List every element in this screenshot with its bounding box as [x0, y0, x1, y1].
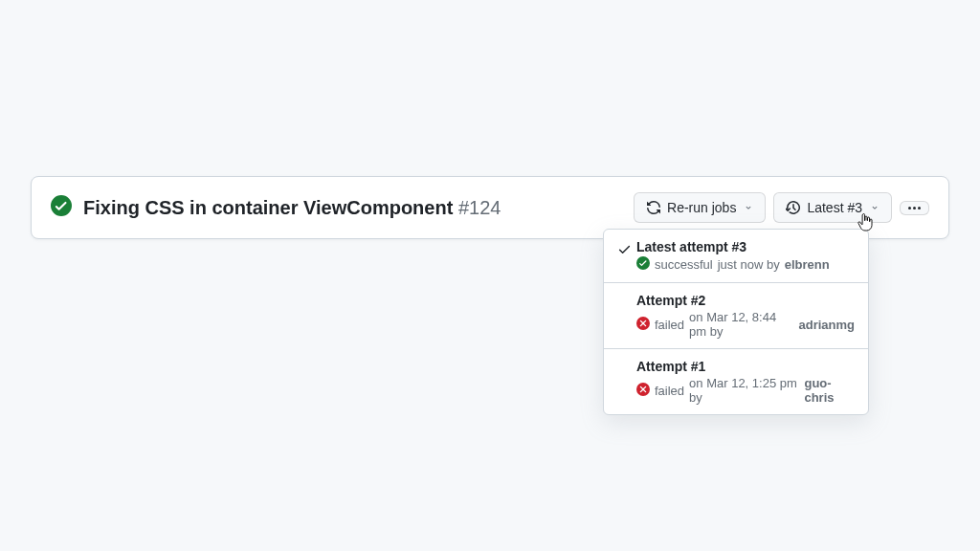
attempt-actor: elbrenn	[785, 257, 830, 272]
attempt-actor: adrianmg	[798, 318, 855, 332]
history-icon	[786, 200, 801, 215]
attempt-status: failed	[655, 318, 684, 332]
attempt-actor: guo-chris	[804, 376, 855, 405]
workflow-run-title: Fixing CSS in container ViewComponent #1…	[83, 195, 501, 220]
latest-attempt-button[interactable]: Latest #3	[773, 192, 892, 223]
attempt-item-3[interactable]: Latest attempt #3 successful just now by…	[604, 230, 868, 283]
attempt-title: Attempt #2	[636, 293, 855, 308]
success-icon	[51, 195, 72, 220]
workflow-run-title-text: Fixing CSS in container ViewComponent	[83, 197, 453, 218]
attempt-meta: failed on Mar 12, 8:44 pm by adrianmg	[636, 310, 855, 339]
rerun-jobs-label: Re-run jobs	[667, 198, 736, 217]
attempt-title: Attempt #1	[636, 359, 855, 374]
check-placeholder	[617, 293, 636, 296]
kebab-icon	[908, 207, 921, 209]
fail-icon	[636, 383, 650, 399]
latest-attempt-label: Latest #3	[807, 198, 862, 217]
check-icon	[617, 239, 636, 260]
check-placeholder	[617, 359, 636, 362]
workflow-run-number: #124	[458, 197, 501, 218]
success-icon	[636, 256, 650, 273]
attempt-meta: successful just now by elbrenn	[636, 256, 855, 273]
attempt-item-2[interactable]: Attempt #2 failed on Mar 12, 8:44 pm by …	[604, 283, 868, 349]
attempt-status: successful	[655, 257, 713, 272]
sync-icon	[646, 200, 661, 215]
attempt-status: failed	[655, 384, 684, 398]
attempts-dropdown: Latest attempt #3 successful just now by…	[603, 229, 869, 415]
chevron-down-icon	[870, 203, 880, 212]
attempt-time: on Mar 12, 1:25 pm by	[689, 376, 799, 405]
attempt-item-1[interactable]: Attempt #1 failed on Mar 12, 1:25 pm by …	[604, 349, 868, 414]
attempt-time: just now by	[718, 257, 780, 272]
rerun-jobs-button[interactable]: Re-run jobs	[634, 192, 766, 223]
attempt-meta: failed on Mar 12, 1:25 pm by guo-chris	[636, 376, 855, 405]
attempt-title: Latest attempt #3	[636, 239, 855, 254]
chevron-down-icon	[744, 203, 753, 212]
more-actions-button[interactable]	[900, 201, 929, 215]
attempt-time: on Mar 12, 8:44 pm by	[689, 310, 793, 339]
fail-icon	[636, 317, 650, 333]
